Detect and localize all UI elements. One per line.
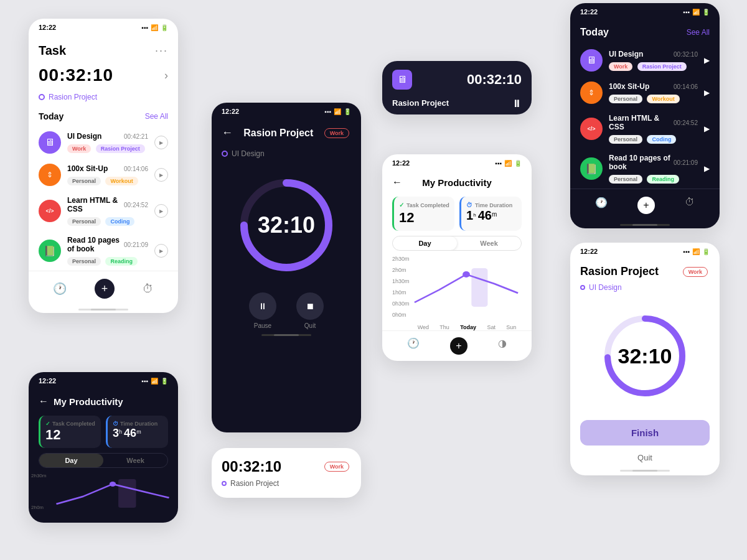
- clock-icon-card5[interactable]: 🕐: [407, 337, 420, 355]
- play-button[interactable]: ▶: [704, 164, 710, 173]
- task-name: 100x Sit-Up: [67, 164, 108, 173]
- tab-week[interactable]: Week: [457, 236, 521, 250]
- card7-title-row: Rasion Project Work: [570, 263, 720, 281]
- task-completed-stat-dark: ✓ Task Completed 12: [39, 416, 101, 448]
- scroll-thumb: [632, 224, 657, 226]
- card3-project: Rasion Project: [222, 479, 351, 488]
- task-tags: Personal Reading: [609, 172, 698, 184]
- clock-icon[interactable]: 🕐: [53, 282, 67, 296]
- scroll-thumb: [632, 470, 657, 472]
- task-item-dark: ⇕ 100x Sit-Up 00:14:06 Personal Workout …: [570, 77, 720, 109]
- status-bar-card8: 12:22 ▪▪▪ 📶 🔋: [29, 372, 178, 387]
- card4-bottom-bar: 🕐 + ⏱: [570, 189, 720, 222]
- task-item: </> Learn HTML & CSS 00:24:52 Personal C…: [29, 191, 178, 231]
- play-button[interactable]: ▶: [704, 88, 710, 97]
- dark-task-list-card: 12:22 ▪▪▪ 📶 🔋 Today See All 🖥 UI Design …: [570, 3, 720, 228]
- svg-point-7: [110, 482, 116, 487]
- play-button[interactable]: ▶: [154, 168, 168, 182]
- task-tags: Work Rasion Project: [609, 60, 698, 71]
- pie-icon-card5[interactable]: ◑: [498, 337, 507, 355]
- status-time-card7: 12:22: [580, 248, 598, 255]
- card1-title: Task: [39, 44, 66, 58]
- quit-button-card7[interactable]: Quit: [570, 449, 720, 466]
- task-label-row: UI Design: [212, 144, 361, 163]
- status-icons: ▪▪▪ 📶 🔋: [683, 248, 710, 255]
- pause-label: Pause: [254, 322, 271, 329]
- tag-workout: Workout: [647, 95, 679, 103]
- card1-menu-dots[interactable]: ···: [155, 44, 168, 57]
- stat-title-completed: ✓ Task Completed: [399, 202, 449, 208]
- task-time: 00:14:06: [124, 166, 148, 172]
- project-sub-card7: UI Design: [589, 283, 622, 292]
- back-button-card8[interactable]: ←: [39, 396, 49, 407]
- play-button[interactable]: ▶: [154, 204, 168, 218]
- mini-timer-display: 00:32:10: [222, 458, 281, 475]
- task-tags: Personal Workout: [609, 92, 698, 103]
- tab-week-dark[interactable]: Week: [103, 454, 167, 467]
- play-button[interactable]: ▶: [154, 136, 168, 149]
- task-time: 00:21:09: [124, 241, 148, 248]
- x-axis-labels: Wed Thu Today Sat Sun: [412, 324, 522, 330]
- finish-button[interactable]: Finish: [580, 420, 710, 446]
- clock-icon-card4[interactable]: 🕐: [595, 197, 608, 214]
- status-icons: ▪▪▪ 📶 🔋: [324, 108, 351, 115]
- add-button-card4[interactable]: +: [637, 197, 655, 214]
- card1-project-label: Rasion Project: [29, 93, 178, 109]
- play-button[interactable]: ▶: [704, 56, 710, 65]
- back-button[interactable]: ←: [222, 126, 233, 139]
- tab-day[interactable]: Day: [393, 236, 457, 250]
- tab-day-dark[interactable]: Day: [39, 454, 103, 467]
- card7-project: UI Design: [570, 281, 720, 299]
- tag-coding: Coding: [647, 135, 676, 144]
- history-icon-card4[interactable]: ⏱: [685, 197, 695, 214]
- card5-header: ← My Productivity: [382, 169, 532, 192]
- task-name: 100x Sit-Up: [609, 82, 649, 91]
- pause-button[interactable]: ⏸: [249, 292, 276, 320]
- task-icon-book: 📗: [39, 240, 61, 262]
- work-tag: Work: [324, 462, 349, 472]
- card1-timer: 00:32:10: [39, 65, 113, 85]
- tag-personal: Personal: [609, 95, 642, 103]
- chart-area-dark: 2h30m 2h0m: [29, 473, 178, 523]
- task-info: Read 10 pages of book 00:21:09 Personal …: [67, 236, 148, 266]
- signal-icon: ▪▪▪: [495, 160, 502, 167]
- battery-icon: 🔋: [344, 108, 351, 115]
- status-icons: ▪▪▪ 📶 🔋: [141, 378, 168, 385]
- add-task-button[interactable]: +: [95, 279, 115, 299]
- pause-icon-card6[interactable]: ⏸: [512, 98, 522, 110]
- play-button[interactable]: ▶: [154, 244, 168, 258]
- svg-rect-2: [471, 268, 487, 307]
- quit-control: ⏹ Quit: [296, 292, 324, 329]
- productivity-dark-card: 12:22 ▪▪▪ 📶 🔋 ← My Productivity ✓ Task C…: [29, 372, 178, 523]
- play-button[interactable]: ▶: [704, 124, 710, 133]
- history-icon[interactable]: ⏱: [143, 282, 154, 296]
- scroll-thumb: [91, 309, 116, 310]
- task-info: Read 10 pages of book 00:21:09 Personal …: [609, 154, 698, 184]
- task-tags: Work Rasion Project: [67, 142, 148, 153]
- tag-coding: Coding: [105, 217, 134, 226]
- chevron-icon[interactable]: ›: [164, 69, 168, 82]
- stat-duration-value: 1h 46m: [466, 208, 517, 223]
- quit-button[interactable]: ⏹: [296, 292, 324, 320]
- task-item-dark: </> Learn HTML & CSS 00:24:52 Personal C…: [570, 109, 720, 149]
- back-button-card5[interactable]: ←: [392, 177, 402, 188]
- stat-title-duration: ⏱ Time Duration: [466, 202, 517, 208]
- task-item: 🖥 UI Design 00:42:21 Work Rasion Project…: [29, 126, 178, 159]
- task-name: UI Design: [609, 50, 643, 58]
- chart-dark: [52, 473, 173, 513]
- task-completed-stat: ✓ Task Completed 12: [392, 197, 454, 231]
- task-info: UI Design 00:32:10 Work Rasion Project: [609, 50, 698, 71]
- card8-stats: ✓ Task Completed 12 ⏱ Time Duration 3h 4…: [29, 411, 178, 453]
- card6-inner: 🖥 00:32:10: [382, 61, 532, 98]
- chart-area: 2h30m 2h0m 1h30m 1h0m 0h30m 0h0m Wed Thu: [382, 256, 532, 330]
- project-dot: [222, 481, 227, 486]
- see-all-button-card4[interactable]: See All: [687, 28, 710, 37]
- task-item-dark: 📗 Read 10 pages of book 00:21:09 Persona…: [570, 149, 720, 189]
- task-tags: Personal Coding: [67, 215, 148, 226]
- see-all-button[interactable]: See All: [145, 112, 168, 121]
- project-name: Rasion Project: [230, 479, 279, 488]
- card5-bottom-bar: 🕐 + ◑: [382, 330, 532, 361]
- scroll-indicator: [78, 309, 128, 310]
- add-button-card5[interactable]: +: [450, 337, 467, 355]
- task-dot: [222, 151, 228, 157]
